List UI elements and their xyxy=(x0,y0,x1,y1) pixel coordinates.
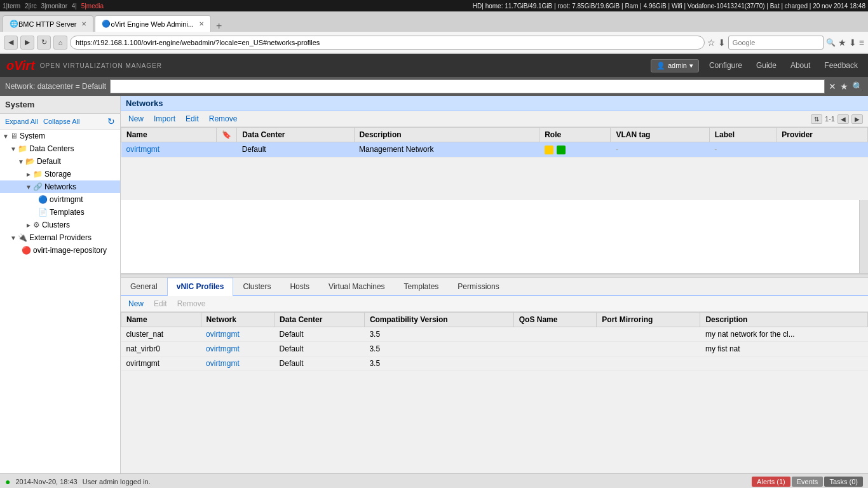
toggle-datacenters[interactable]: ▼ xyxy=(10,146,17,152)
toggle-storage[interactable]: ► xyxy=(25,171,32,178)
sidebar-label-ovirtmgmt: ovirtmgmt xyxy=(50,195,83,204)
configure-link[interactable]: Configure xyxy=(705,58,746,72)
network-name-link[interactable]: ovirtmgmt xyxy=(126,145,160,154)
new-network-button[interactable]: New xyxy=(126,113,146,125)
settings-icon[interactable]: ≡ xyxy=(859,37,864,48)
browser-search-input[interactable] xyxy=(728,36,824,50)
remove-vnic-button: Remove xyxy=(175,298,208,309)
sidebar-item-system[interactable]: ▼ 🖥 System xyxy=(0,130,120,142)
tab-close-ovirt[interactable]: ✕ xyxy=(199,20,204,27)
role-icon-green xyxy=(557,146,566,154)
collapse-all-link[interactable]: Collapse All xyxy=(43,118,79,125)
bookmark-icon[interactable]: ★ xyxy=(838,37,846,48)
toggle-external[interactable]: ▼ xyxy=(10,234,17,241)
toggle-clusters[interactable]: ► xyxy=(25,222,32,229)
download-icon[interactable]: ⬇ xyxy=(718,37,726,48)
new-tab-button[interactable]: + xyxy=(212,20,226,32)
about-link[interactable]: About xyxy=(787,58,814,72)
media-label: 5|media xyxy=(81,3,104,10)
new-vnic-button[interactable]: New xyxy=(126,298,146,309)
tab-permissions[interactable]: Permissions xyxy=(448,278,508,295)
tab-label-ovirt: oVirt Engine Web Admini... xyxy=(111,20,193,28)
tab-close-bmc[interactable]: ✕ xyxy=(81,20,86,27)
vnic-desc-1: my nat network for the cl... xyxy=(700,327,868,342)
home-button[interactable]: ⌂ xyxy=(53,36,67,50)
details-panel: General vNIC Profiles Clusters Hosts Vir… xyxy=(121,278,868,473)
networks-toolbar: New Import Edit Remove ⇅ 1-1 ◀ ▶ xyxy=(121,111,868,127)
search-go-icon[interactable]: 🔍 xyxy=(826,38,836,47)
default-icon: 📂 xyxy=(25,157,35,166)
tab-bmc[interactable]: 🌐 BMC HTTP Server ✕ xyxy=(3,15,93,32)
toggle-networks[interactable]: ▼ xyxy=(25,184,32,191)
provider-cell xyxy=(776,142,868,158)
table-row[interactable]: ovirtmgmt Default Management Network - - xyxy=(121,142,868,158)
toggle-system[interactable]: ▼ xyxy=(3,133,9,140)
tab-label-bmc: BMC HTTP Server xyxy=(18,20,76,28)
import-network-button[interactable]: Import xyxy=(151,113,178,125)
alerts-button[interactable]: Alerts (1) xyxy=(752,477,790,487)
vnic-name-3: ovirtmgmt xyxy=(121,356,201,371)
tab-vnic-profiles[interactable]: vNIC Profiles xyxy=(167,278,234,296)
sidebar-item-templates[interactable]: 📄 Templates xyxy=(0,206,120,219)
prev-page-button[interactable]: ◀ xyxy=(837,114,849,124)
next-page-button[interactable]: ▶ xyxy=(851,114,863,124)
vnic-network-3: ovirtmgmt xyxy=(201,356,274,371)
networks-empty-space xyxy=(121,200,859,273)
back-button[interactable]: ◀ xyxy=(4,36,18,50)
role-icon-yellow xyxy=(545,146,553,154)
sidebar-item-default[interactable]: ▼ 📂 Default xyxy=(0,155,120,168)
bookmark-star-icon[interactable]: ☆ xyxy=(707,37,715,48)
network-name-cell[interactable]: ovirtmgmt xyxy=(121,142,217,158)
guide-link[interactable]: Guide xyxy=(752,58,780,72)
table-row[interactable]: cluster_nat ovirtmgmt Default 3.5 my nat… xyxy=(121,327,868,342)
remove-network-button[interactable]: Remove xyxy=(207,113,240,125)
tab-clusters[interactable]: Clusters xyxy=(233,278,280,295)
tab-templates[interactable]: Templates xyxy=(395,278,449,295)
vcol-portmirror: Port Mirroring xyxy=(597,313,700,327)
clusters-icon: ⚙ xyxy=(33,220,40,229)
vnic-network-1: ovirtmgmt xyxy=(201,327,274,342)
tab-icon-bmc: 🌐 xyxy=(10,20,18,28)
bookmark-search-button[interactable]: ★ xyxy=(840,81,848,92)
search-submit-button[interactable]: 🔍 xyxy=(852,81,863,92)
sidebar-item-clusters[interactable]: ► ⚙ Clusters xyxy=(0,219,120,231)
sort-button[interactable]: ⇅ xyxy=(811,114,822,124)
vnic-name-2: nat_virbr0 xyxy=(121,342,201,356)
history-icon[interactable]: ⬇ xyxy=(849,37,857,48)
admin-button[interactable]: 👤 admin ▾ xyxy=(651,59,699,72)
table-row[interactable]: nat_virbr0 ovirtmgmt Default 3.5 my fist… xyxy=(121,342,868,356)
table-row[interactable]: ovirtmgmt ovirtmgmt Default 3.5 xyxy=(121,356,868,371)
expand-collapse-bar: Expand All Collapse All ↻ xyxy=(0,114,120,130)
vnic-name-1: cluster_nat xyxy=(121,327,201,342)
events-button[interactable]: Events xyxy=(792,477,824,487)
tasks-button[interactable]: Tasks (0) xyxy=(824,477,863,487)
edit-network-button[interactable]: Edit xyxy=(183,113,201,125)
status-timestamp: 2014-Nov-20, 18:43 xyxy=(15,478,77,485)
vlan-dash: - xyxy=(616,145,618,154)
network-search-input[interactable] xyxy=(110,79,825,93)
sidebar-item-networks[interactable]: ▼ 🔗 Networks xyxy=(0,180,120,193)
tab-general[interactable]: General xyxy=(121,278,167,295)
feedback-link[interactable]: Feedback xyxy=(820,58,862,72)
sidebar-item-ovirtmgmt[interactable]: 🔵 ovirtmgmt xyxy=(0,193,120,206)
details-tabs-bar: General vNIC Profiles Clusters Hosts Vir… xyxy=(121,278,868,296)
networks-scrollbar[interactable] xyxy=(859,200,868,273)
url-input[interactable] xyxy=(70,36,705,50)
sidebar-item-external[interactable]: ▼ 🔌 External Providers xyxy=(0,231,120,244)
content-area: Networks New Import Edit Remove ⇅ 1-1 ◀ … xyxy=(121,96,868,473)
vnic-compat-1: 3.5 xyxy=(364,327,513,342)
reload-button[interactable]: ↻ xyxy=(37,36,51,50)
forward-button[interactable]: ▶ xyxy=(20,36,34,50)
tab-hosts[interactable]: Hosts xyxy=(280,278,319,295)
vnic-mirror-2 xyxy=(597,342,700,356)
system-bar-right: HD| home: 11.7GiB/49.1GiB | root: 7.85Gi… xyxy=(473,3,865,10)
tab-ovirt[interactable]: 🔵 oVirt Engine Web Admini... ✕ xyxy=(95,15,210,32)
tab-virtual-machines[interactable]: Virtual Machines xyxy=(319,278,395,295)
sidebar-refresh-icon[interactable]: ↻ xyxy=(107,116,115,126)
toggle-default[interactable]: ▼ xyxy=(18,158,24,165)
clear-search-button[interactable]: ✕ xyxy=(829,81,836,92)
expand-all-link[interactable]: Expand All xyxy=(5,118,38,125)
sidebar-item-repo[interactable]: 🔴 ovirt-image-repository xyxy=(0,244,120,257)
sidebar-item-datacenters[interactable]: ▼ 📁 Data Centers xyxy=(0,142,120,155)
sidebar-item-storage[interactable]: ► 📁 Storage xyxy=(0,168,120,180)
